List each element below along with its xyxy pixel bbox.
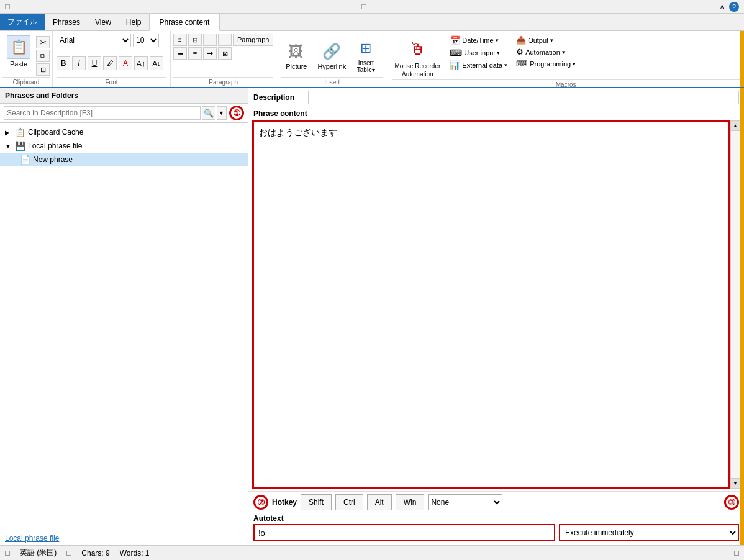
- mouse-recorder-button[interactable]: 🖱 Mouse RecorderAutomation: [392, 34, 443, 79]
- underline-button[interactable]: U: [88, 56, 101, 70]
- tree-item-new-phrase[interactable]: 📄 New phrase: [0, 153, 248, 166]
- format-button[interactable]: ⊞: [36, 63, 50, 76]
- user-input-label: User input: [464, 49, 495, 56]
- scroll-up-button[interactable]: ▲: [731, 121, 740, 131]
- local-phrase-tree-icon: 💾: [15, 141, 25, 151]
- external-data-dropdown-icon: ▾: [504, 62, 507, 68]
- clipboard-group: 📋 Paste ✂ ⧉ ⊞ Clipboard: [0, 31, 53, 87]
- user-input-button[interactable]: ⌨ User input ▾: [448, 47, 509, 58]
- scroll-down-button[interactable]: ▼: [731, 478, 740, 488]
- panel-footer: Local phrase file: [0, 531, 248, 545]
- font-shrink-button[interactable]: A↓: [150, 56, 163, 70]
- font-select[interactable]: Arial: [57, 34, 131, 47]
- right-panel: Description Phrase content ▲ ▼ ② Hotkey: [248, 88, 744, 545]
- win-button[interactable]: Win: [396, 494, 425, 510]
- bold-button[interactable]: B: [57, 56, 70, 70]
- user-input-icon: ⌨: [450, 48, 462, 58]
- align-list1-button[interactable]: ≡: [173, 34, 187, 46]
- annotation-circle-1: ①: [229, 106, 244, 120]
- tree-item-local-phrase[interactable]: ▼ 💾 Local phrase file: [0, 139, 248, 153]
- footer-link[interactable]: Local phrase file: [5, 534, 59, 543]
- shift-button[interactable]: Shift: [301, 494, 332, 510]
- left-panel: Phrases and Folders 🔍 ▼ ① ▶ 📋 Clipboard …: [0, 88, 248, 545]
- output-dropdown-icon: ▾: [550, 37, 553, 43]
- menu-phrases-label: Phrases: [53, 18, 80, 27]
- autotext-left: Autotext: [253, 514, 555, 541]
- search-button[interactable]: 🔍: [202, 106, 215, 120]
- macros-label: Macros: [392, 79, 740, 88]
- cut-button[interactable]: ✂: [36, 36, 50, 48]
- clipboard-tree-icon: 📋: [15, 127, 25, 137]
- list1-button[interactable]: ☰: [203, 34, 217, 46]
- font-grow-button[interactable]: A↑: [134, 56, 148, 70]
- ctrl-button[interactable]: Ctrl: [335, 494, 363, 510]
- autotext-input[interactable]: [253, 524, 555, 541]
- paste-button[interactable]: 📋 Paste: [2, 34, 35, 77]
- paragraph-big-button[interactable]: Paragraph: [233, 34, 273, 46]
- menu-file[interactable]: ファイル: [0, 14, 45, 30]
- content-scrollbar[interactable]: ▲ ▼: [730, 120, 740, 489]
- menu-phrases[interactable]: Phrases: [45, 14, 88, 30]
- italic-button[interactable]: I: [72, 56, 86, 70]
- date-time-dropdown-icon: ▾: [496, 37, 499, 43]
- menu-file-label: ファイル: [7, 17, 37, 27]
- tab-phrase-content-label: Phrase content: [160, 18, 210, 27]
- external-data-label: External data: [462, 61, 502, 69]
- tree-arrow-clipboard: ▶: [5, 129, 12, 136]
- alt-button[interactable]: Alt: [367, 494, 392, 510]
- output-button[interactable]: 📤 Output ▾: [514, 35, 578, 45]
- font-group: Arial 10 B I U 🖊 A A↑ A↓ Font: [53, 31, 171, 87]
- menu-help[interactable]: Help: [119, 14, 149, 30]
- align-list2-button[interactable]: ⊟: [188, 34, 202, 46]
- description-input[interactable]: [308, 91, 739, 104]
- execute-select[interactable]: Execute immediately Show in list Ask bef…: [559, 524, 739, 541]
- justify-button[interactable]: ⊠: [218, 47, 232, 60]
- phrase-content-editor[interactable]: [252, 120, 730, 489]
- date-time-button[interactable]: 📅 Date/Time ▾: [448, 35, 509, 46]
- hotkey-key-select[interactable]: None F1F2F3F4 F5F6F7F8 F9F10F11F12: [428, 494, 502, 510]
- copy-button[interactable]: ⧉: [36, 50, 50, 62]
- external-data-icon: 📊: [450, 60, 460, 70]
- phrase-content-label-bar: Phrase content: [248, 107, 744, 119]
- chevron-up-icon[interactable]: ∧: [717, 3, 727, 10]
- highlight-button[interactable]: 🖊: [103, 56, 117, 70]
- external-data-button[interactable]: 📊 External data ▾: [448, 60, 509, 71]
- insert-table-button[interactable]: ⊞ InsertTable▾: [352, 36, 379, 75]
- paste-label: Paste: [10, 60, 27, 68]
- menu-view[interactable]: View: [88, 14, 119, 30]
- list2-button[interactable]: ☷: [218, 34, 232, 46]
- hotkey-label: Hotkey: [272, 498, 297, 507]
- align-center-button[interactable]: ≡: [188, 47, 202, 60]
- picture-button[interactable]: 🖼 Picture: [281, 39, 311, 71]
- automation-button[interactable]: ⚙ Automation ▾: [514, 47, 578, 57]
- scroll-track: [731, 131, 740, 478]
- description-row: Description: [248, 88, 744, 107]
- hyperlink-button[interactable]: 🔗 Hyperlink: [314, 39, 350, 71]
- tree-local-phrase-label: Local phrase file: [28, 142, 82, 150]
- ribbon: 📋 Paste ✂ ⧉ ⊞ Clipboard Arial 10 B I U 🖊: [0, 31, 744, 88]
- programming-dropdown-icon: ▾: [573, 61, 576, 67]
- macros-group: 🖱 Mouse RecorderAutomation 📅 Date/Time ▾…: [388, 31, 744, 87]
- font-color-button[interactable]: A: [119, 56, 132, 70]
- tab-phrase-content[interactable]: Phrase content: [149, 14, 220, 31]
- status-bar: 英語 (米国) Chars: 9 Words: 1: [0, 545, 744, 560]
- automation-icon: ⚙: [516, 47, 524, 56]
- align-left-button[interactable]: ⬅: [173, 47, 187, 60]
- align-right-button[interactable]: ⮕: [203, 47, 217, 60]
- user-input-dropdown-icon: ▾: [497, 50, 500, 56]
- paragraph-group: ≡ ⊟ ☰ ☷ Paragraph ⬅ ≡ ⮕ ⊠ Paragraph: [171, 31, 276, 87]
- status-square-right: [734, 551, 739, 556]
- search-dropdown-button[interactable]: ▼: [217, 106, 227, 120]
- panel-header: Phrases and Folders: [0, 88, 248, 104]
- menu-help-label: Help: [126, 18, 142, 27]
- tree-item-clipboard[interactable]: ▶ 📋 Clipboard Cache: [0, 125, 248, 139]
- autotext-section: Autotext Execute immediately Show in lis…: [248, 513, 744, 545]
- tree-area: ▶ 📋 Clipboard Cache ▼ 💾 Local phrase fil…: [0, 123, 248, 531]
- search-input[interactable]: [4, 106, 201, 120]
- tree-new-phrase-label: New phrase: [33, 155, 73, 164]
- description-label: Description: [253, 93, 303, 102]
- programming-button[interactable]: ⌨ Programming ▾: [514, 58, 578, 69]
- status-chars: Chars: 9: [81, 549, 109, 558]
- help-icon[interactable]: ?: [729, 2, 739, 12]
- font-size-select[interactable]: 10: [133, 34, 159, 47]
